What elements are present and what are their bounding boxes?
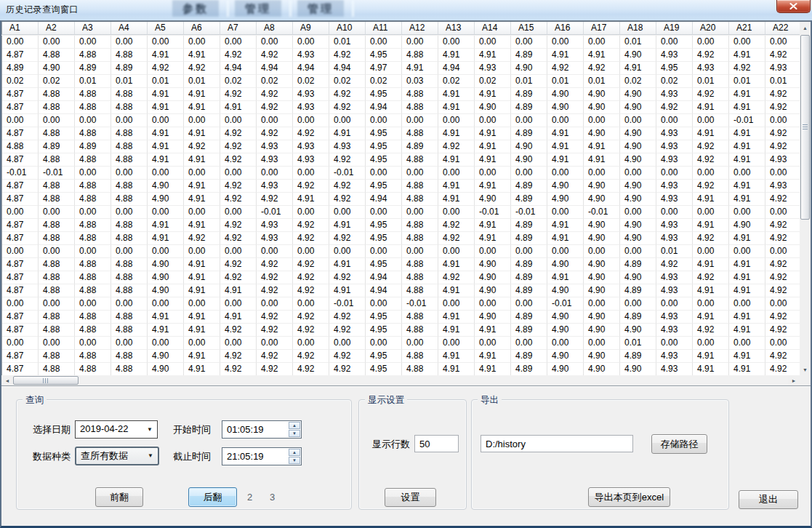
export-path-input[interactable] — [481, 436, 632, 452]
table-cell[interactable]: 0.00 — [765, 297, 800, 311]
table-cell[interactable]: 4.88 — [75, 49, 111, 62]
table-cell[interactable]: 4.92 — [693, 140, 729, 153]
table-cell[interactable]: 0.00 — [511, 337, 547, 350]
column-header[interactable]: A8 — [257, 22, 293, 34]
table-cell[interactable]: 4.91 — [693, 101, 729, 114]
table-cell[interactable]: 4.91 — [729, 350, 765, 363]
table-cell[interactable]: 4.90 — [620, 101, 656, 114]
table-cell[interactable]: 4.87 — [2, 127, 39, 140]
table-cell[interactable]: 0.00 — [729, 245, 765, 258]
table-cell[interactable]: 4.91 — [584, 153, 620, 167]
table-cell[interactable]: 4.93 — [257, 180, 293, 193]
table-cell[interactable]: 0.00 — [729, 36, 765, 49]
table-cell[interactable]: 4.93 — [656, 363, 693, 375]
table-cell[interactable]: 0.02 — [620, 75, 656, 88]
table-cell[interactable]: 4.94 — [366, 101, 402, 114]
table-cell[interactable]: 4.95 — [366, 127, 402, 140]
table-cell[interactable]: 4.91 — [438, 101, 475, 114]
table-cell[interactable]: 4.88 — [111, 324, 148, 337]
table-cell[interactable]: 4.93 — [329, 140, 366, 153]
table-cell[interactable]: 4.93 — [656, 324, 693, 337]
table-cell[interactable]: 0.00 — [547, 337, 584, 350]
table-cell[interactable]: 0.00 — [729, 206, 765, 219]
table-cell[interactable]: 0.00 — [2, 337, 39, 350]
table-cell[interactable]: 4.93 — [765, 180, 800, 193]
table-cell[interactable]: 0.00 — [148, 206, 184, 219]
table-cell[interactable]: 4.92 — [293, 350, 329, 363]
table-cell[interactable]: 0.00 — [765, 36, 800, 49]
table-cell[interactable]: 4.90 — [584, 350, 620, 363]
table-cell[interactable]: 4.92 — [257, 49, 293, 62]
table-cell[interactable]: 0.00 — [220, 245, 257, 258]
table-cell[interactable]: 4.91 — [475, 180, 511, 193]
table-cell[interactable]: 4.92 — [293, 258, 329, 271]
table-cell[interactable]: 4.88 — [111, 193, 148, 206]
table-cell[interactable]: 4.94 — [366, 284, 402, 297]
table-cell[interactable]: 4.92 — [293, 232, 329, 245]
table-cell[interactable]: 0.00 — [329, 337, 366, 350]
table-cell[interactable]: 4.90 — [511, 153, 547, 167]
table-cell[interactable]: 4.92 — [765, 193, 800, 206]
table-cell[interactable]: 4.87 — [2, 350, 39, 363]
table-cell[interactable]: 0.02 — [438, 75, 475, 88]
table-cell[interactable]: 4.91 — [547, 219, 584, 232]
start-time-input[interactable] — [222, 421, 288, 438]
table-cell[interactable]: 4.90 — [620, 219, 656, 232]
table-cell[interactable]: 4.93 — [656, 88, 693, 101]
date-combobox[interactable]: 2019-04-22 ▼ — [75, 420, 158, 439]
table-cell[interactable]: 4.91 — [475, 153, 511, 167]
table-cell[interactable]: 4.90 — [584, 363, 620, 375]
table-cell[interactable]: 0.00 — [402, 114, 438, 127]
table-cell[interactable]: 4.93 — [656, 271, 693, 284]
table-cell[interactable]: 0.00 — [620, 167, 656, 180]
table-cell[interactable]: 0.01 — [75, 75, 111, 88]
table-cell[interactable]: 4.91 — [475, 88, 511, 101]
table-cell[interactable]: 4.91 — [547, 153, 584, 167]
table-cell[interactable]: 4.92 — [693, 49, 729, 62]
table-cell[interactable]: 4.91 — [438, 324, 475, 337]
table-cell[interactable]: 4.91 — [148, 232, 184, 245]
table-cell[interactable]: 0.00 — [220, 297, 257, 311]
table-cell[interactable]: 0.02 — [293, 75, 329, 88]
table-cell[interactable]: 4.88 — [402, 49, 438, 62]
table-cell[interactable]: 0.00 — [511, 167, 547, 180]
table-cell[interactable]: 4.88 — [111, 127, 148, 140]
table-cell[interactable]: 0.00 — [148, 337, 184, 350]
table-cell[interactable]: 4.91 — [584, 140, 620, 153]
table-cell[interactable]: 4.91 — [729, 284, 765, 297]
table-cell[interactable]: 4.93 — [656, 219, 693, 232]
table-cell[interactable]: 0.01 — [656, 245, 693, 258]
table-cell[interactable]: 4.89 — [511, 311, 547, 324]
table-cell[interactable]: 0.00 — [2, 206, 39, 219]
table-cell[interactable]: 4.91 — [475, 219, 511, 232]
table-cell[interactable]: 4.90 — [547, 324, 584, 337]
table-cell[interactable]: 0.00 — [693, 337, 729, 350]
table-cell[interactable]: 4.92 — [584, 62, 620, 75]
table-cell[interactable]: 4.91 — [220, 284, 257, 297]
table-cell[interactable]: 0.00 — [293, 337, 329, 350]
table-cell[interactable]: 4.92 — [148, 62, 184, 75]
table-cell[interactable]: 4.91 — [148, 88, 184, 101]
table-cell[interactable]: 4.88 — [39, 311, 75, 324]
table-cell[interactable]: 4.92 — [438, 232, 475, 245]
table-cell[interactable]: 4.95 — [366, 49, 402, 62]
table-cell[interactable]: 4.89 — [511, 232, 547, 245]
table-cell[interactable]: 0.00 — [111, 337, 148, 350]
table-cell[interactable]: 4.90 — [620, 232, 656, 245]
table-cell[interactable]: 4.89 — [511, 363, 547, 375]
table-cell[interactable]: 4.88 — [111, 284, 148, 297]
table-cell[interactable]: 0.00 — [656, 114, 693, 127]
table-cell[interactable]: 0.00 — [693, 114, 729, 127]
table-cell[interactable]: 4.93 — [656, 153, 693, 167]
table-cell[interactable]: 4.88 — [111, 88, 148, 101]
table-cell[interactable]: 0.01 — [765, 75, 800, 88]
table-cell[interactable]: 0.00 — [438, 36, 475, 49]
page-number-3[interactable]: 3 — [270, 492, 275, 503]
next-page-button[interactable]: 后翻 — [188, 487, 237, 507]
table-cell[interactable]: 0.01 — [584, 75, 620, 88]
table-cell[interactable]: 4.90 — [547, 101, 584, 114]
table-cell[interactable]: 4.88 — [111, 219, 148, 232]
table-cell[interactable]: 4.89 — [511, 180, 547, 193]
table-cell[interactable]: 0.00 — [475, 167, 511, 180]
table-cell[interactable]: 4.92 — [220, 49, 257, 62]
